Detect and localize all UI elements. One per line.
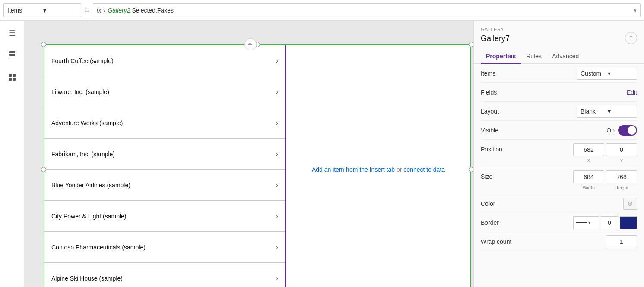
visible-toggle-label: On xyxy=(606,127,615,134)
item-chevron: › xyxy=(276,243,278,251)
connect-data-link[interactable]: connect to data xyxy=(403,166,445,173)
color-swatch[interactable] xyxy=(623,198,637,210)
left-sidebar: ☰ xyxy=(0,21,24,287)
fields-edit-link[interactable]: Edit xyxy=(627,89,637,96)
item-chevron: › xyxy=(276,57,278,65)
svg-rect-0 xyxy=(9,51,15,53)
layout-value-label: Blank xyxy=(581,108,606,115)
fx-chevron: ∨ xyxy=(103,8,106,13)
item-chevron: › xyxy=(276,181,278,189)
top-bar: Items ▾ = fx ∨ Gallery2.Selected.Faxes ∨ xyxy=(0,0,644,21)
items-dropdown-chevron: ▾ xyxy=(608,70,633,77)
prop-row-border: Border ▾ 0 xyxy=(481,213,637,232)
formula-bar[interactable]: fx ∨ Gallery2.Selected.Faxes ∨ xyxy=(93,3,641,17)
prop-row-position: Position 682 0 X Y xyxy=(481,140,637,167)
svg-rect-4 xyxy=(13,74,16,77)
position-x-label: X xyxy=(573,158,604,163)
item-chevron: › xyxy=(276,150,278,158)
item-label: Adventure Works (sample) xyxy=(51,120,276,126)
border-color-swatch[interactable] xyxy=(620,216,637,229)
props-tabs: Properties Rules Advanced xyxy=(474,49,644,64)
tab-properties[interactable]: Properties xyxy=(481,49,521,64)
equals-sign: = xyxy=(85,6,89,15)
size-height-input[interactable]: 768 xyxy=(606,170,637,183)
list-item[interactable]: Adventure Works (sample) › xyxy=(44,107,285,139)
handle-top-left[interactable] xyxy=(41,42,46,47)
props-title: Gallery7 xyxy=(481,34,510,43)
item-label: Alpine Ski House (sample) xyxy=(51,275,276,282)
properties-panel: GALLERY Gallery7 ? Properties Rules Adva… xyxy=(473,21,644,287)
list-item[interactable]: Blue Yonder Airlines (sample) › xyxy=(44,170,285,201)
layers-icon[interactable] xyxy=(5,47,19,63)
visible-toggle[interactable] xyxy=(618,125,637,136)
prop-control-border: ▾ 0 xyxy=(527,216,637,229)
prop-label-wrap-count: Wrap count xyxy=(481,238,524,245)
prop-label-border: Border xyxy=(481,219,524,226)
help-button[interactable]: ? xyxy=(625,32,637,44)
item-label: Fourth Coffee (sample) xyxy=(51,57,276,64)
layout-dropdown[interactable]: Blank ▾ xyxy=(577,105,637,118)
size-width-input[interactable]: 684 xyxy=(573,170,604,183)
position-y-input[interactable]: 0 xyxy=(606,143,637,156)
svg-rect-2 xyxy=(9,57,15,57)
edit-pencil-button[interactable]: ✏ xyxy=(244,38,257,50)
prop-control-fields: Edit xyxy=(527,89,637,96)
props-header: GALLERY Gallery7 ? xyxy=(474,21,644,46)
hamburger-icon[interactable]: ☰ xyxy=(6,26,18,41)
prop-control-layout: Blank ▾ xyxy=(527,105,637,118)
items-dropdown[interactable]: Items ▾ xyxy=(3,3,81,17)
border-line-icon xyxy=(576,222,587,223)
prop-label-fields: Fields xyxy=(481,89,524,96)
svg-rect-5 xyxy=(9,78,12,81)
position-x-input[interactable]: 682 xyxy=(573,143,604,156)
prop-row-layout: Layout Blank ▾ xyxy=(481,102,637,121)
gallery-list: Fourth Coffee (sample) › Litware, Inc. (… xyxy=(44,45,286,287)
items-value-dropdown[interactable]: Custom ▾ xyxy=(577,67,637,80)
layout-dropdown-chevron: ▾ xyxy=(608,108,633,115)
list-item[interactable]: Alpine Ski House (sample) › xyxy=(44,263,285,287)
prop-label-position: Position xyxy=(481,143,524,153)
items-value-label: Custom xyxy=(581,70,606,77)
handle-mid-right[interactable] xyxy=(469,167,473,172)
formula-end-chevron: ∨ xyxy=(634,8,637,13)
gallery-right-panel: Add an item from the Insert tab or conne… xyxy=(286,45,470,287)
prop-label-layout: Layout xyxy=(481,108,524,115)
items-dropdown-chevron: ▾ xyxy=(43,7,77,14)
prop-row-size: Size 684 768 Width Height xyxy=(481,167,637,194)
prop-row-items: Items Custom ▾ xyxy=(481,64,637,83)
handle-mid-left[interactable] xyxy=(41,167,46,172)
prop-label-color: Color xyxy=(481,200,524,207)
list-item[interactable]: Fabrikam, Inc. (sample) › xyxy=(44,139,285,170)
formula-text: Gallery2.Selected.Faxes xyxy=(108,7,174,14)
prop-control-visible: On xyxy=(527,125,637,136)
tab-advanced[interactable]: Advanced xyxy=(547,49,584,64)
border-style-dropdown[interactable]: ▾ xyxy=(573,216,599,229)
border-width-input[interactable]: 0 xyxy=(601,216,618,229)
list-item[interactable]: City Power & Light (sample) › xyxy=(44,201,285,232)
svg-rect-1 xyxy=(9,54,15,56)
fx-label: fx xyxy=(97,7,102,14)
item-label: Blue Yonder Airlines (sample) xyxy=(51,182,276,189)
tab-rules[interactable]: Rules xyxy=(521,49,547,64)
formula-rest: .Selected.Faxes xyxy=(130,7,174,14)
prop-label-items: Items xyxy=(481,70,524,77)
grid-icon[interactable] xyxy=(5,70,19,86)
item-chevron: › xyxy=(276,274,278,282)
gallery-inner: Fourth Coffee (sample) › Litware, Inc. (… xyxy=(44,44,471,287)
gallery-empty-text: Add an item from the Insert tab or conne… xyxy=(312,165,445,174)
svg-rect-3 xyxy=(9,74,12,77)
wrap-count-input[interactable]: 1 xyxy=(606,235,637,248)
props-gallery-label: GALLERY xyxy=(481,27,637,32)
item-label: Fabrikam, Inc. (sample) xyxy=(51,151,276,158)
insert-tab-link[interactable]: Add an item from the Insert tab xyxy=(312,166,395,173)
prop-row-wrap-count: Wrap count 1 xyxy=(481,232,637,251)
size-width-label: Width xyxy=(573,185,604,190)
item-label: City Power & Light (sample) xyxy=(51,213,276,220)
list-item[interactable]: Litware, Inc. (sample) › xyxy=(44,76,285,107)
handle-top-right[interactable] xyxy=(469,42,473,47)
prop-row-visible: Visible On xyxy=(481,121,637,140)
size-height-label: Height xyxy=(606,185,637,190)
list-item[interactable]: Contoso Pharmaceuticals (sample) › xyxy=(44,232,285,263)
prop-row-fields: Fields Edit xyxy=(481,83,637,102)
items-dropdown-label: Items xyxy=(7,7,41,14)
